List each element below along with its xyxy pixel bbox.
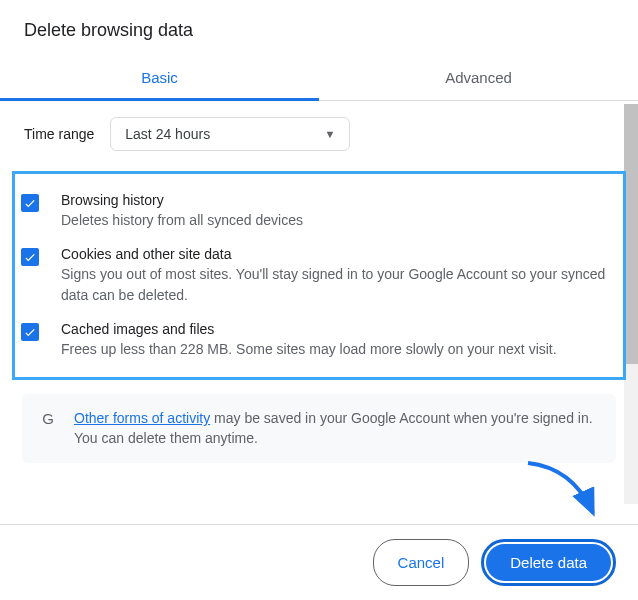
other-activity-link[interactable]: Other forms of activity — [74, 410, 210, 426]
primary-button-highlight: Delete data — [481, 539, 616, 586]
checkbox-cookies[interactable] — [21, 248, 39, 266]
tab-advanced[interactable]: Advanced — [319, 57, 638, 100]
checkbox-cache[interactable] — [21, 323, 39, 341]
option-text: Cookies and other site data Signs you ou… — [61, 246, 613, 305]
highlight-annotation: Browsing history Deletes history from al… — [12, 171, 626, 380]
dialog-footer: Cancel Delete data — [0, 524, 638, 600]
time-range-select[interactable]: Last 24 hours ▼ — [110, 117, 350, 151]
tab-basic[interactable]: Basic — [0, 57, 319, 101]
option-text: Browsing history Deletes history from al… — [61, 192, 303, 230]
delete-data-button[interactable]: Delete data — [486, 544, 611, 581]
delete-browsing-data-dialog: Delete browsing data Basic Advanced Time… — [0, 0, 638, 600]
dialog-title: Delete browsing data — [0, 0, 638, 57]
time-range-label: Time range — [24, 126, 94, 142]
tabs: Basic Advanced — [0, 57, 638, 101]
option-title: Browsing history — [61, 192, 303, 208]
time-range-row: Time range Last 24 hours ▼ — [24, 117, 614, 151]
option-text: Cached images and files Frees up less th… — [61, 321, 557, 359]
chevron-down-icon: ▼ — [324, 128, 335, 140]
cancel-button[interactable]: Cancel — [373, 539, 470, 586]
option-cache: Cached images and files Frees up less th… — [15, 313, 613, 367]
checkbox-browsing-history[interactable] — [21, 194, 39, 212]
option-browsing-history: Browsing history Deletes history from al… — [15, 184, 613, 238]
checkmark-icon — [23, 196, 37, 210]
option-desc: Deletes history from all synced devices — [61, 210, 303, 230]
checkmark-icon — [23, 250, 37, 264]
info-text: Other forms of activity may be saved in … — [74, 408, 600, 449]
time-range-value: Last 24 hours — [125, 126, 210, 142]
google-icon: G — [38, 408, 58, 428]
option-desc: Frees up less than 228 MB. Some sites ma… — [61, 339, 557, 359]
dialog-content: Time range Last 24 hours ▼ Browsing hist… — [0, 101, 638, 509]
checkmark-icon — [23, 325, 37, 339]
option-title: Cached images and files — [61, 321, 557, 337]
google-account-info: G Other forms of activity may be saved i… — [22, 394, 616, 463]
option-title: Cookies and other site data — [61, 246, 613, 262]
option-desc: Signs you out of most sites. You'll stay… — [61, 264, 613, 305]
option-cookies: Cookies and other site data Signs you ou… — [15, 238, 613, 313]
